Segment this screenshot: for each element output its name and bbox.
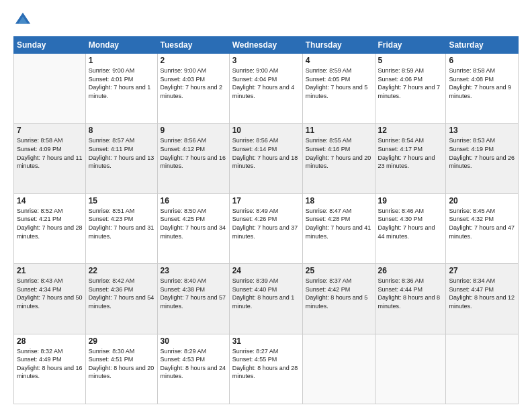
day-number: 28 xyxy=(17,336,83,346)
day-info: Sunrise: 8:52 AMSunset: 4:21 PMDaylight:… xyxy=(17,207,83,240)
calendar-week-row: 28Sunrise: 8:32 AMSunset: 4:49 PMDayligh… xyxy=(14,334,519,404)
logo xyxy=(13,11,35,30)
calendar-cell: 7Sunrise: 8:58 AMSunset: 4:09 PMDaylight… xyxy=(14,124,86,193)
day-number: 6 xyxy=(449,56,515,65)
day-number: 11 xyxy=(306,126,372,135)
calendar-cell: 25Sunrise: 8:37 AMSunset: 4:42 PMDayligh… xyxy=(302,264,375,334)
day-number: 29 xyxy=(89,336,154,346)
calendar-cell: 4Sunrise: 8:59 AMSunset: 4:05 PMDaylight… xyxy=(302,54,375,124)
day-number: 14 xyxy=(17,196,83,205)
day-number: 7 xyxy=(17,126,83,135)
day-info: Sunrise: 8:36 AMSunset: 4:44 PMDaylight:… xyxy=(378,277,443,310)
day-info: Sunrise: 8:43 AMSunset: 4:34 PMDaylight:… xyxy=(17,277,83,310)
day-number: 22 xyxy=(89,266,154,275)
day-number: 23 xyxy=(161,266,226,275)
day-info: Sunrise: 9:00 AMSunset: 4:01 PMDaylight:… xyxy=(89,66,154,100)
day-number: 30 xyxy=(161,336,226,346)
day-info: Sunrise: 9:00 AMSunset: 4:04 PMDaylight:… xyxy=(232,66,300,100)
calendar-week-row: 7Sunrise: 8:58 AMSunset: 4:09 PMDaylight… xyxy=(14,124,519,193)
calendar-cell: 21Sunrise: 8:43 AMSunset: 4:34 PMDayligh… xyxy=(14,264,86,334)
day-number: 27 xyxy=(449,266,515,275)
weekday-header-row: Sunday Monday Tuesday Wednesday Thursday… xyxy=(14,37,519,54)
calendar-cell: 8Sunrise: 8:57 AMSunset: 4:11 PMDaylight… xyxy=(85,124,157,193)
calendar-cell: 9Sunrise: 8:56 AMSunset: 4:12 PMDaylight… xyxy=(157,124,229,193)
calendar-cell: 29Sunrise: 8:30 AMSunset: 4:51 PMDayligh… xyxy=(85,334,157,404)
day-info: Sunrise: 8:55 AMSunset: 4:16 PMDaylight:… xyxy=(306,136,372,170)
calendar-cell: 26Sunrise: 8:36 AMSunset: 4:44 PMDayligh… xyxy=(375,264,446,334)
header-tuesday: Tuesday xyxy=(157,37,229,54)
day-info: Sunrise: 8:39 AMSunset: 4:40 PMDaylight:… xyxy=(232,277,300,310)
calendar-cell: 30Sunrise: 8:29 AMSunset: 4:53 PMDayligh… xyxy=(157,334,229,404)
calendar-week-row: 14Sunrise: 8:52 AMSunset: 4:21 PMDayligh… xyxy=(14,193,519,263)
calendar-cell: 1Sunrise: 9:00 AMSunset: 4:01 PMDaylight… xyxy=(85,54,157,124)
calendar-week-row: 1Sunrise: 9:00 AMSunset: 4:01 PMDaylight… xyxy=(14,54,519,124)
day-number: 16 xyxy=(161,196,226,205)
day-number: 3 xyxy=(232,56,300,65)
calendar-cell: 20Sunrise: 8:45 AMSunset: 4:32 PMDayligh… xyxy=(446,193,519,263)
day-number: 19 xyxy=(378,196,443,205)
calendar-cell: 2Sunrise: 9:00 AMSunset: 4:03 PMDaylight… xyxy=(157,54,229,124)
calendar-cell: 24Sunrise: 8:39 AMSunset: 4:40 PMDayligh… xyxy=(229,264,302,334)
calendar-cell xyxy=(375,334,446,404)
day-number: 18 xyxy=(306,196,372,205)
day-number: 21 xyxy=(17,266,83,275)
calendar-cell: 11Sunrise: 8:55 AMSunset: 4:16 PMDayligh… xyxy=(302,124,375,193)
calendar-cell: 6Sunrise: 8:58 AMSunset: 4:08 PMDaylight… xyxy=(446,54,519,124)
day-number: 1 xyxy=(89,56,154,65)
day-info: Sunrise: 8:32 AMSunset: 4:49 PMDaylight:… xyxy=(17,347,83,381)
day-info: Sunrise: 9:00 AMSunset: 4:03 PMDaylight:… xyxy=(161,66,226,100)
calendar-cell: 31Sunrise: 8:27 AMSunset: 4:55 PMDayligh… xyxy=(229,334,302,404)
logo-icon xyxy=(13,11,32,30)
day-info: Sunrise: 8:56 AMSunset: 4:12 PMDaylight:… xyxy=(161,136,226,170)
calendar-week-row: 21Sunrise: 8:43 AMSunset: 4:34 PMDayligh… xyxy=(14,264,519,334)
calendar-cell xyxy=(302,334,375,404)
calendar-cell: 3Sunrise: 9:00 AMSunset: 4:04 PMDaylight… xyxy=(229,54,302,124)
calendar-cell: 23Sunrise: 8:40 AMSunset: 4:38 PMDayligh… xyxy=(157,264,229,334)
day-info: Sunrise: 8:59 AMSunset: 4:06 PMDaylight:… xyxy=(378,66,443,100)
calendar-cell: 22Sunrise: 8:42 AMSunset: 4:36 PMDayligh… xyxy=(85,264,157,334)
day-number: 9 xyxy=(161,126,226,135)
day-number: 20 xyxy=(449,196,515,205)
day-number: 5 xyxy=(378,56,443,65)
calendar-cell: 12Sunrise: 8:54 AMSunset: 4:17 PMDayligh… xyxy=(375,124,446,193)
day-info: Sunrise: 8:46 AMSunset: 4:30 PMDaylight:… xyxy=(378,207,443,240)
day-number: 13 xyxy=(449,126,515,135)
calendar-cell: 14Sunrise: 8:52 AMSunset: 4:21 PMDayligh… xyxy=(14,193,86,263)
day-info: Sunrise: 8:59 AMSunset: 4:05 PMDaylight:… xyxy=(306,66,372,100)
header-wednesday: Wednesday xyxy=(229,37,302,54)
header-thursday: Thursday xyxy=(302,37,375,54)
header xyxy=(13,11,519,30)
day-number: 24 xyxy=(232,266,300,275)
day-info: Sunrise: 8:58 AMSunset: 4:09 PMDaylight:… xyxy=(17,136,83,170)
calendar-cell: 28Sunrise: 8:32 AMSunset: 4:49 PMDayligh… xyxy=(14,334,86,404)
day-number: 26 xyxy=(378,266,443,275)
calendar-cell: 13Sunrise: 8:53 AMSunset: 4:19 PMDayligh… xyxy=(446,124,519,193)
calendar-cell xyxy=(14,54,86,124)
day-number: 17 xyxy=(232,196,300,205)
header-friday: Friday xyxy=(375,37,446,54)
day-number: 15 xyxy=(89,196,154,205)
header-monday: Monday xyxy=(85,37,157,54)
calendar-cell: 16Sunrise: 8:50 AMSunset: 4:25 PMDayligh… xyxy=(157,193,229,263)
day-info: Sunrise: 8:51 AMSunset: 4:23 PMDaylight:… xyxy=(89,207,154,240)
day-info: Sunrise: 8:56 AMSunset: 4:14 PMDaylight:… xyxy=(232,136,300,170)
day-info: Sunrise: 8:58 AMSunset: 4:08 PMDaylight:… xyxy=(449,66,515,100)
day-info: Sunrise: 8:34 AMSunset: 4:47 PMDaylight:… xyxy=(449,277,515,310)
calendar-cell: 17Sunrise: 8:49 AMSunset: 4:26 PMDayligh… xyxy=(229,193,302,263)
day-info: Sunrise: 8:49 AMSunset: 4:26 PMDaylight:… xyxy=(232,207,300,240)
header-saturday: Saturday xyxy=(446,37,519,54)
day-number: 10 xyxy=(232,126,300,135)
day-number: 2 xyxy=(161,56,226,65)
calendar-cell xyxy=(446,334,519,404)
day-info: Sunrise: 8:42 AMSunset: 4:36 PMDaylight:… xyxy=(89,277,154,310)
header-sunday: Sunday xyxy=(14,37,86,54)
calendar-cell: 18Sunrise: 8:47 AMSunset: 4:28 PMDayligh… xyxy=(302,193,375,263)
calendar-cell: 27Sunrise: 8:34 AMSunset: 4:47 PMDayligh… xyxy=(446,264,519,334)
day-number: 4 xyxy=(306,56,372,65)
calendar-cell: 15Sunrise: 8:51 AMSunset: 4:23 PMDayligh… xyxy=(85,193,157,263)
day-info: Sunrise: 8:27 AMSunset: 4:55 PMDaylight:… xyxy=(232,347,300,381)
day-info: Sunrise: 8:53 AMSunset: 4:19 PMDaylight:… xyxy=(449,136,515,170)
day-info: Sunrise: 8:40 AMSunset: 4:38 PMDaylight:… xyxy=(161,277,226,310)
calendar-cell: 10Sunrise: 8:56 AMSunset: 4:14 PMDayligh… xyxy=(229,124,302,193)
day-info: Sunrise: 8:30 AMSunset: 4:51 PMDaylight:… xyxy=(89,347,154,381)
